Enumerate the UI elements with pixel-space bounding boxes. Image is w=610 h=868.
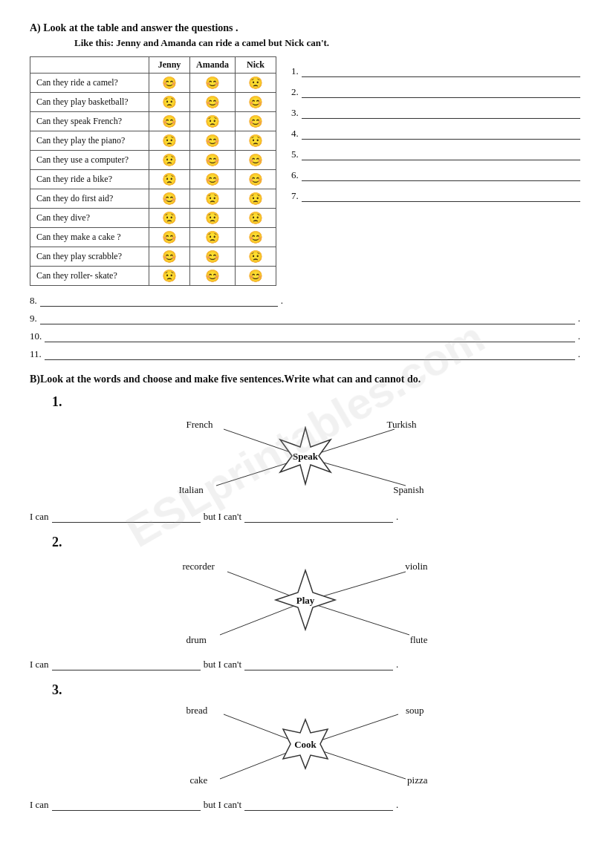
table-cell-nick-5: 😊 xyxy=(236,151,276,170)
col-header-nick: Nick xyxy=(236,57,276,74)
table-cell-amanda-4: 😊 xyxy=(190,131,236,151)
section-a: A) Look at the table and answer the ques… xyxy=(30,22,580,360)
table-question-8: Can they dive? xyxy=(30,209,149,228)
table-cell-nick-9: 😊 xyxy=(236,228,276,247)
play-word-recorder: recorder xyxy=(183,561,215,572)
table-cell-nick-4: 😟 xyxy=(236,131,276,151)
cook-word-bread: bread xyxy=(186,705,208,717)
but-cant-label-2: but I can't xyxy=(204,659,241,670)
cant-fill-3[interactable] xyxy=(244,797,393,811)
section-b-title: B)Look at the words and choose and make … xyxy=(30,373,580,385)
table-row: Can they ride a camel?😊😊😟 xyxy=(30,74,276,93)
i-can-label-3: I can xyxy=(30,799,49,811)
table-cell-amanda-2: 😊 xyxy=(190,93,236,112)
table-cell-amanda-6: 😊 xyxy=(190,170,236,189)
svg-text:Speak: Speak xyxy=(293,451,319,462)
answer-line-11: 11.. xyxy=(30,347,580,360)
table-question-7: Can they do first aid? xyxy=(30,189,149,209)
table-cell-amanda-9: 😟 xyxy=(190,228,236,247)
section-a-title: A) Look at the table and answer the ques… xyxy=(30,22,580,34)
cook-word-pizza: pizza xyxy=(407,774,427,786)
speak-diagram: Speak French Turkish Italian Spanish xyxy=(142,413,469,502)
answer-line-9: 9.. xyxy=(30,311,580,324)
right-answer-lines: 1. 2. 3. 4. 5. 6. 7. xyxy=(291,56,580,286)
answer-field-9[interactable] xyxy=(40,311,575,324)
table-cell-jenny-1: 😊 xyxy=(149,74,190,93)
table-cell-amanda-7: 😟 xyxy=(190,189,236,209)
can-line-3: I can but I can't . xyxy=(30,797,580,811)
speak-word-italian: Italian xyxy=(179,484,204,496)
period-1: . xyxy=(396,511,398,523)
page-container: A) Look at the table and answer the ques… xyxy=(30,22,580,811)
but-cant-label-1: but I can't xyxy=(204,511,241,523)
section-b: B)Look at the words and choose and make … xyxy=(30,373,580,811)
table-cell-nick-1: 😟 xyxy=(236,74,276,93)
table-row: Can they play the piano?😟😊😟 xyxy=(30,131,276,151)
answer-field-2[interactable] xyxy=(302,85,580,98)
cook-word-cake: cake xyxy=(190,774,208,786)
answer-line-3: 3. xyxy=(291,105,580,119)
diagram-1: 1. xyxy=(30,394,580,523)
answer-field-10[interactable] xyxy=(45,329,575,342)
table-cell-nick-11: 😊 xyxy=(236,267,276,286)
i-can-label-1: I can xyxy=(30,511,49,523)
can-fill-2[interactable] xyxy=(52,657,201,670)
table-question-5: Can they use a computer? xyxy=(30,151,149,170)
cook-shape: Cook xyxy=(272,718,339,773)
table-question-10: Can they play scrabble? xyxy=(30,247,149,267)
like-this: Like this: Jenny and Amanda can ride a c… xyxy=(74,37,580,49)
speak-word-french: French xyxy=(186,419,213,431)
table-cell-nick-6: 😊 xyxy=(236,170,276,189)
abilities-table: Jenny Amanda Nick Can they ride a camel?… xyxy=(30,56,276,286)
cant-fill-2[interactable] xyxy=(244,657,393,670)
diagram-2: 2. xyxy=(30,535,580,670)
table-cell-jenny-6: 😟 xyxy=(149,170,190,189)
table-row: Can they speak French?😊😟😊 xyxy=(30,112,276,131)
table-cell-nick-7: 😟 xyxy=(236,189,276,209)
table-row: Can they ride a bike?😟😊😊 xyxy=(30,170,276,189)
play-word-flute: flute xyxy=(410,634,428,646)
answer-line-10: 10.. xyxy=(30,329,580,342)
table-cell-jenny-10: 😊 xyxy=(149,247,190,267)
table-cell-jenny-11: 😟 xyxy=(149,267,190,286)
speak-word-spanish: Spanish xyxy=(393,484,424,496)
table-cell-jenny-3: 😊 xyxy=(149,112,190,131)
answer-field-6[interactable] xyxy=(302,168,580,181)
top-section: Jenny Amanda Nick Can they ride a camel?… xyxy=(30,56,580,286)
cant-fill-1[interactable] xyxy=(244,509,393,523)
period-3: . xyxy=(396,799,398,811)
table-question-11: Can they roller- skate? xyxy=(30,267,149,286)
table-question-3: Can they speak French? xyxy=(30,112,149,131)
table-row: Can they roller- skate?😟😊😊 xyxy=(30,267,276,286)
diagram-3: 3. xyxy=(30,682,580,811)
answer-field-3[interactable] xyxy=(302,105,580,119)
table-cell-jenny-5: 😟 xyxy=(149,151,190,170)
play-word-drum: drum xyxy=(186,634,207,646)
answer-field-5[interactable] xyxy=(302,147,580,160)
table-cell-jenny-2: 😟 xyxy=(149,93,190,112)
table-question-2: Can they play basketball? xyxy=(30,93,149,112)
answer-field-4[interactable] xyxy=(302,126,580,140)
can-fill-3[interactable] xyxy=(52,797,201,811)
answer-line-2: 2. xyxy=(291,85,580,98)
answer-field-7[interactable] xyxy=(302,189,580,202)
answer-field-11[interactable] xyxy=(45,347,575,360)
table-row: Can they make a cake ?😊😟😊 xyxy=(30,228,276,247)
table-question-4: Can they play the piano? xyxy=(30,131,149,151)
col-header-amanda: Amanda xyxy=(190,57,236,74)
cook-diagram: Cook bread soup cake pizza xyxy=(142,701,469,790)
table-cell-amanda-11: 😊 xyxy=(190,267,236,286)
answer-line-6: 6. xyxy=(291,168,580,181)
answer-field-8[interactable] xyxy=(40,293,278,307)
like-this-label: Like this: xyxy=(74,37,114,48)
i-can-label-2: I can xyxy=(30,659,49,670)
speak-word-turkish: Turkish xyxy=(387,419,417,431)
table-row: Can they play basketball?😟😊😊 xyxy=(30,93,276,112)
play-shape: Play xyxy=(272,567,339,636)
svg-text:Cook: Cook xyxy=(294,739,317,750)
can-fill-1[interactable] xyxy=(52,509,201,523)
table-cell-amanda-1: 😊 xyxy=(190,74,236,93)
answer-field-1[interactable] xyxy=(302,64,580,77)
table-cell-nick-2: 😊 xyxy=(236,93,276,112)
play-diagram: Play recorder violin drum flute xyxy=(142,553,469,650)
